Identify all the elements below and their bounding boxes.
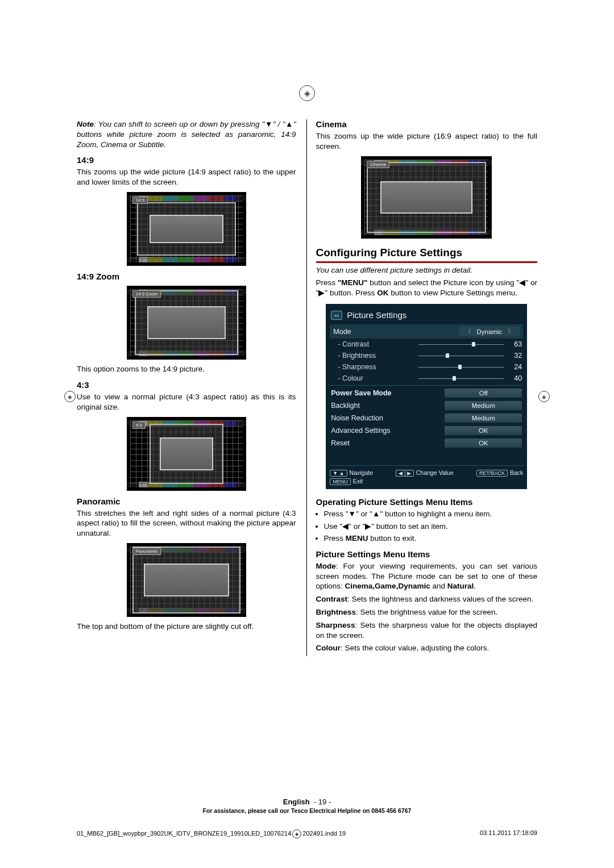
menu-title: Picture Settings <box>347 310 406 320</box>
note-text: Note: You can shift to screen up or down… <box>77 119 296 149</box>
menu-row-power-save[interactable]: Power Save Mode Off <box>330 387 523 399</box>
registration-dot-icon: ◈ <box>292 829 301 838</box>
para-cinema: This zooms up the wide picture (16:9 asp… <box>316 131 537 152</box>
footer-page-number: - 19 - <box>314 798 331 806</box>
colour-label: - Colour <box>331 374 418 382</box>
heading-14-9-zoom: 14:9 Zoom <box>77 272 296 281</box>
nav-keys-icon: ▼ ▲ <box>330 470 347 477</box>
heading-4-3: 4:3 <box>77 380 296 390</box>
bullet-1: Press "▼" or "▲" button to highlight a m… <box>324 509 537 519</box>
page-footer: English - 19 - For assistance, please ca… <box>0 798 614 814</box>
brightness-label: - Brightness <box>331 352 418 360</box>
noise-reduction-value: Medium <box>445 414 522 423</box>
mode-value: Dynamic <box>477 328 503 335</box>
indesign-slug: 01_MB62_[GB]_woypbpr_3902UK_IDTV_BRONZE1… <box>77 829 537 838</box>
para-sharpness: Sharpness: Sets the sharpness value for … <box>316 620 537 641</box>
note-body: : You can shift to screen up or down by … <box>77 120 296 149</box>
heading-14-9: 14:9 <box>77 155 296 165</box>
diagram-label-4-3: 4:3 <box>132 422 146 429</box>
para-4-3: Use to view a normal picture (4:3 aspect… <box>77 392 296 412</box>
advanced-label: Advanced Settings <box>331 427 445 435</box>
contrast-value: 63 <box>507 340 522 348</box>
indd-timestamp: 03.11.2011 17:18:09 <box>480 829 537 838</box>
colour-value: 40 <box>507 374 522 382</box>
right-column: Cinema This zooms up the wide picture (1… <box>306 119 537 656</box>
menu-row-mode[interactable]: Mode 〈 Dynamic 〉 <box>330 324 523 339</box>
footer-language: English <box>283 798 310 806</box>
heading-menu-items: Picture Settings Menu Items <box>316 549 537 559</box>
heading-operating-items: Operating Picture Settings Menu Items <box>316 497 537 507</box>
para-contrast: Contrast: Sets the lightness and darknes… <box>316 594 537 604</box>
para-brightness: Brightness: Sets the brightness value fo… <box>316 607 537 617</box>
power-save-value: Off <box>445 389 522 398</box>
advanced-value: OK <box>445 426 522 435</box>
diagram-label-panoramic: Panoramic <box>132 548 161 555</box>
exit-hint: Exit <box>353 478 363 485</box>
para-panoramic: This stretches the left and right sides … <box>77 508 296 539</box>
menu-row-reset[interactable]: Reset OK <box>330 437 523 449</box>
press-menu-text: Press "MENU" button and select the Pictu… <box>316 278 537 298</box>
backlight-value: Medium <box>445 401 522 410</box>
brightness-value: 32 <box>507 352 522 360</box>
menu-row-brightness[interactable]: - Brightness 32 <box>330 350 523 361</box>
para-14-9: This zooms up the wide picture (14:9 asp… <box>77 167 296 187</box>
noise-reduction-label: Noise Reduction <box>331 414 445 422</box>
back-hint: Back <box>510 469 523 476</box>
diagram-label-14-9: 14:9 <box>132 197 148 204</box>
operating-bullet-list: Press "▼" or "▲" button to highlight a m… <box>316 509 537 544</box>
para-colour: Colour: Sets the colour value, adjusting… <box>316 643 537 653</box>
menu-row-contrast[interactable]: - Contrast 63 <box>330 339 523 350</box>
intro-italic: You can use different picture settings i… <box>316 265 537 276</box>
picture-icon: ▭ <box>331 311 342 320</box>
menu-key-icon: MENU <box>330 478 351 485</box>
sharpness-value: 24 <box>507 363 522 371</box>
heading-configuring-picture-settings: Configuring Picture Settings <box>316 247 537 263</box>
print-side-mark-right <box>538 391 550 402</box>
print-side-mark-left <box>64 391 76 402</box>
para-panoramic-tail: The top and bottom of the picture are sl… <box>77 621 296 632</box>
reset-value: OK <box>445 439 522 448</box>
menu-row-backlight[interactable]: Backlight Medium <box>330 399 523 412</box>
menu-row-advanced[interactable]: Advanced Settings OK <box>330 424 523 437</box>
diagram-cinema: Cinema <box>361 156 492 239</box>
menu-row-noise-reduction[interactable]: Noise Reduction Medium <box>330 412 523 424</box>
menu-row-colour[interactable]: - Colour 40 <box>330 373 523 384</box>
note-prefix: Note <box>77 120 94 128</box>
picture-settings-menu: ▭ Picture Settings Mode 〈 Dynamic 〉 - Co… <box>326 304 527 489</box>
bullet-2: Use "◀" or "▶" button to set an item. <box>324 521 537 532</box>
diagram-14-9-zoom: 14:9 Zoom <box>127 286 246 360</box>
menu-row-sharpness[interactable]: - Sharpness 24 <box>330 361 523 373</box>
para-mode: Mode: For your viewing requirements, you… <box>316 561 537 591</box>
print-registration-mark <box>299 85 315 101</box>
indd-filename-tail: 202491.indd 19 <box>302 830 346 837</box>
bullet-3: Press MENU button to exit. <box>324 533 537 544</box>
left-column: Note: You can shift to screen up or down… <box>77 119 296 656</box>
heading-panoramic: Panoramic <box>77 496 296 506</box>
mode-left-arrow-icon[interactable]: 〈 <box>465 327 471 336</box>
menu-footer: ▼ ▲Navigate MENUExit ◀ | ▶Change Value R… <box>330 465 523 485</box>
back-key-icon: RET/BACK <box>476 470 508 477</box>
mode-right-arrow-icon[interactable]: 〉 <box>508 327 514 336</box>
menu-title-row: ▭ Picture Settings <box>330 308 523 324</box>
contrast-label: - Contrast <box>331 340 418 348</box>
indd-filename: 01_MB62_[GB]_woypbpr_3902UK_IDTV_BRONZE1… <box>77 830 291 837</box>
mode-label: Mode <box>333 328 459 336</box>
footer-helpline: For assistance, please call our Tesco El… <box>0 807 614 814</box>
diagram-label-14-9-zoom: 14:9 Zoom <box>132 290 161 298</box>
diagram-label-cinema: Cinema <box>367 161 389 168</box>
diagram-panoramic: Panoramic <box>127 543 246 617</box>
heading-cinema: Cinema <box>316 119 537 129</box>
navigate-hint: Navigate <box>350 469 373 476</box>
change-hint: Change Value <box>416 469 454 476</box>
reset-label: Reset <box>331 439 445 447</box>
diagram-14-9: 14:9 <box>127 192 246 266</box>
power-save-label: Power Save Mode <box>331 389 445 397</box>
backlight-label: Backlight <box>331 402 445 410</box>
para-14-9-zoom: This option zooms to the 14:9 picture. <box>77 364 296 374</box>
sharpness-label: - Sharpness <box>331 363 418 371</box>
change-keys-icon: ◀ | ▶ <box>396 470 413 477</box>
diagram-4-3: 4:3 <box>127 417 246 491</box>
